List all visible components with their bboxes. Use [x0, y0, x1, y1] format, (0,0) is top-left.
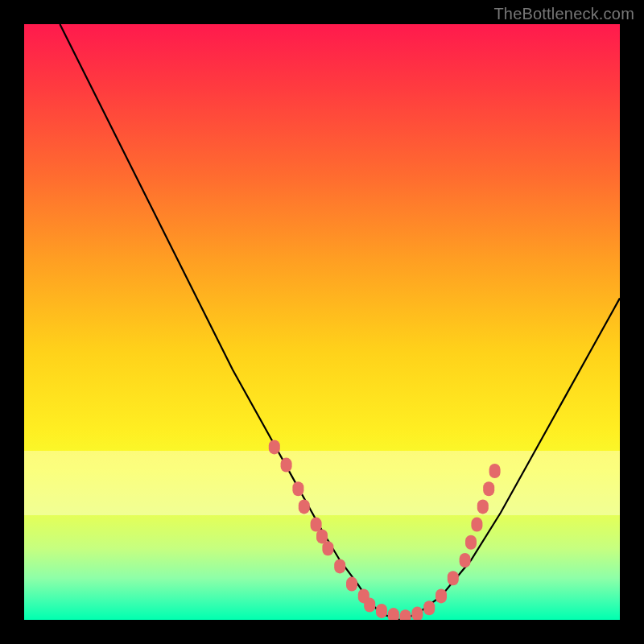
- chart-frame: TheBottleneck.com: [0, 0, 644, 644]
- plot-background-gradient: [24, 24, 620, 620]
- watermark-text: TheBottleneck.com: [493, 5, 634, 23]
